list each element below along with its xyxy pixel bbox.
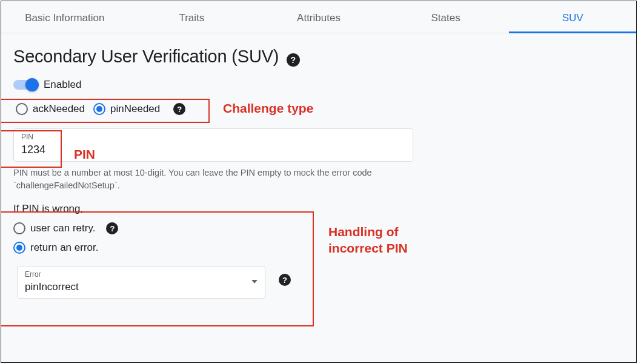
tab-label: SUV (562, 12, 583, 24)
radio-label: return an error. (30, 242, 98, 254)
radio-label: user can retry. (30, 222, 95, 234)
radio-pin-needed[interactable]: pinNeeded (93, 103, 160, 115)
page-title: Secondary User Verification (SUV) (13, 47, 279, 67)
radio-icon (16, 103, 28, 115)
wrong-pin-section: If PIN is wrong, user can retry. ? retur… (13, 203, 624, 299)
chevron-down-icon (251, 280, 258, 283)
radio-user-can-retry[interactable]: user can retry. ? (13, 222, 624, 234)
radio-icon (13, 242, 25, 254)
wrong-pin-prompt: If PIN is wrong, (13, 203, 624, 215)
tab-basic-information[interactable]: Basic Information (1, 1, 128, 33)
tabs-bar: Basic Information Traits Attributes Stat… (1, 1, 636, 33)
error-select-row: Error pinIncorrect ? (13, 261, 624, 299)
radio-return-an-error[interactable]: return an error. (13, 242, 624, 254)
radio-icon (93, 103, 105, 115)
content-area: Secondary User Verification (SUV) ? Enab… (1, 33, 636, 312)
tab-label: Basic Information (25, 12, 104, 24)
error-field-label: Error (25, 270, 251, 279)
tab-suv[interactable]: SUV (509, 1, 636, 33)
pin-field-label: PIN (21, 133, 405, 141)
pin-helper-text: PIN must be a number at most 10-digit. Y… (13, 167, 413, 192)
enabled-toggle[interactable] (13, 80, 38, 90)
wrong-pin-radios: user can retry. ? return an error. (13, 222, 624, 254)
help-icon[interactable]: ? (106, 222, 118, 234)
tab-traits[interactable]: Traits (128, 1, 256, 33)
annotation-label-challenge-type: Challenge type (223, 101, 313, 116)
challenge-type-radios: ackNeeded pinNeeded ? (13, 99, 190, 119)
radio-label: pinNeeded (110, 103, 160, 115)
tab-label: Traits (179, 12, 204, 24)
tab-label: Attributes (297, 12, 341, 24)
radio-label: ackNeeded (33, 103, 85, 115)
app-frame: Basic Information Traits Attributes Stat… (1, 1, 637, 363)
pin-field[interactable]: PIN (13, 128, 413, 162)
help-icon[interactable]: ? (173, 103, 185, 115)
pin-input[interactable] (21, 144, 405, 156)
enabled-label: Enabled (44, 79, 81, 91)
enabled-toggle-row: Enabled (13, 79, 624, 91)
radio-ack-needed[interactable]: ackNeeded (16, 103, 85, 115)
help-icon[interactable]: ? (279, 274, 291, 286)
tab-states[interactable]: States (382, 1, 510, 33)
tab-attributes[interactable]: Attributes (255, 1, 382, 33)
error-field-value: pinIncorrect (25, 281, 251, 293)
help-icon[interactable]: ? (287, 53, 300, 67)
tab-label: States (431, 12, 460, 24)
radio-icon (13, 222, 25, 234)
error-select[interactable]: Error pinIncorrect (17, 266, 265, 299)
